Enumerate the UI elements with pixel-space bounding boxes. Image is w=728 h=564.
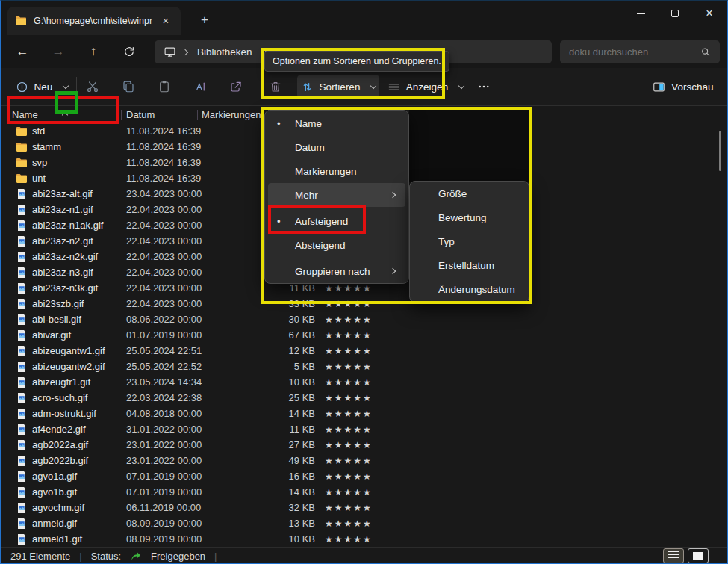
rename-button[interactable]	[187, 75, 214, 99]
submenu-item-bewertung[interactable]: Bewertung	[410, 205, 529, 229]
chevron-down-icon	[63, 82, 69, 88]
column-divider[interactable]	[121, 110, 122, 120]
preview-pane-icon	[653, 81, 665, 93]
selected-bullet-icon: •	[277, 216, 295, 227]
cut-button[interactable]	[79, 75, 106, 99]
file-size: 27 KB	[223, 439, 315, 450]
menu-item-gruppieren-nach[interactable]: Gruppieren nach	[268, 259, 405, 283]
file-date: 11.08.2024 16:39	[126, 157, 223, 168]
menu-item-mehr[interactable]: Mehr	[268, 183, 405, 207]
file-row[interactable]: agvo1b.gif07.01.2019 00:0014 KB★★★★★	[1, 484, 727, 500]
paste-button[interactable]	[151, 75, 178, 99]
file-date: 01.07.2019 00:00	[126, 329, 223, 341]
gif-file-icon	[16, 188, 28, 200]
file-row[interactable]: acro-such.gif22.03.2024 22:3825 KB★★★★★	[1, 390, 727, 406]
column-header-tags[interactable]: Markierungen	[202, 109, 261, 120]
rating-stars: ★★★★★	[325, 330, 373, 341]
breadcrumb-bibliotheken[interactable]: Bibliotheken	[194, 46, 255, 58]
file-date: 22.04.2023 00:00	[126, 204, 223, 215]
preview-button[interactable]: Vorschau	[645, 75, 721, 99]
search-box[interactable]	[560, 40, 720, 63]
minimize-button[interactable]	[623, 1, 658, 25]
see-more-button[interactable]	[470, 75, 497, 99]
clipboard-icon	[158, 80, 171, 93]
trash-icon	[269, 80, 282, 93]
file-name: unt	[32, 173, 126, 184]
file-row[interactable]: abizeugantw1.gif25.05.2024 22:5112 KB★★★…	[1, 343, 727, 359]
copy-button[interactable]	[115, 75, 142, 99]
file-name: abi-besll.gif	[32, 314, 126, 325]
sort-ascending-icon[interactable]	[62, 112, 68, 118]
maximize-icon	[671, 10, 679, 17]
file-row[interactable]: agb2022a.gif23.01.2022 00:0027 KB★★★★★	[1, 437, 727, 453]
submenu-item-typ[interactable]: Typ	[410, 229, 529, 253]
column-divider[interactable]	[197, 110, 198, 120]
submenu-item--nderungsdatum[interactable]: Änderungsdatum	[410, 277, 529, 301]
submenu-item-erstelldatum[interactable]: Erstelldatum	[410, 253, 529, 277]
file-date: 22.03.2024 22:38	[126, 392, 223, 403]
rating-stars: ★★★★★	[325, 346, 373, 356]
folder-icon	[16, 125, 28, 137]
search-input[interactable]	[569, 46, 700, 58]
file-date: 08.06.2022 00:00	[126, 314, 223, 325]
file-row[interactable]: anmeld1.gif08.09.2019 00:0010 KB★★★★★	[1, 531, 727, 547]
new-tab-button[interactable]: +	[196, 11, 214, 29]
plus-circle-icon	[16, 81, 28, 93]
new-button[interactable]: Neu	[10, 75, 73, 99]
column-header-date[interactable]: Datum	[126, 109, 155, 120]
column-header-name[interactable]: Name	[12, 109, 38, 120]
details-view-button[interactable]	[663, 548, 684, 563]
menu-item-label: Absteigend	[295, 240, 405, 251]
maximize-button[interactable]	[658, 1, 692, 25]
gif-file-icon	[16, 408, 28, 420]
file-row[interactable]: abizeugantw2.gif25.05.2024 22:525 KB★★★★…	[1, 359, 727, 374]
sort-tooltip: Optionen zum Sortieren und Gruppieren.	[264, 51, 449, 72]
rating-stars: ★★★★★	[325, 487, 373, 498]
menu-item-name[interactable]: •Name	[268, 111, 405, 135]
menu-item-absteigend[interactable]: Absteigend	[268, 233, 405, 257]
file-row[interactable]: abi23szb.gif22.04.2023 00:0033 KB★★★★★	[1, 296, 727, 312]
file-row[interactable]: anmeld.gif08.09.2019 00:0013 KB★★★★★	[1, 515, 727, 531]
explorer-tab[interactable]: G:\homepage\cmh\site\winpr ×	[7, 7, 181, 35]
view-button[interactable]: Anzeigen	[387, 75, 464, 99]
file-row[interactable]: adm-ostrukt.gif04.08.2018 00:0014 KB★★★★…	[1, 406, 727, 421]
menu-item-datum[interactable]: Datum	[268, 135, 405, 159]
share-button[interactable]	[223, 75, 249, 99]
file-row[interactable]: af4ende2.gif31.01.2022 00:0011 KB★★★★★	[1, 421, 727, 437]
file-name: agvo1a.gif	[32, 471, 126, 482]
menu-item-label: Gruppieren nach	[295, 266, 384, 277]
refresh-button[interactable]	[116, 40, 143, 63]
file-row[interactable]: agvo1a.gif07.01.2019 00:0016 KB★★★★★	[1, 468, 727, 484]
file-name: abi23az-n1ak.gif	[32, 220, 126, 231]
status-bar: 291 Elemente | Status: Freigegeben |	[1, 547, 727, 564]
menu-item-markierungen[interactable]: Markierungen	[268, 159, 405, 183]
menu-item-aufsteigend[interactable]: •Aufsteigend	[268, 209, 405, 233]
delete-button[interactable]	[262, 75, 289, 99]
file-date: 07.01.2019 00:00	[126, 486, 223, 498]
vertical-scrollbar[interactable]	[719, 131, 721, 171]
rating-stars: ★★★★★	[325, 440, 373, 450]
close-button[interactable]: ×	[692, 1, 727, 25]
back-button[interactable]: ←	[9, 40, 36, 63]
file-row[interactable]: abizeugfr1.gif23.05.2024 14:3410 KB★★★★★	[1, 374, 727, 390]
file-name: abizeugantw2.gif	[32, 361, 126, 372]
forward-button[interactable]: →	[45, 40, 72, 63]
file-row[interactable]: abi-besll.gif08.06.2022 00:0030 KB★★★★★	[1, 312, 727, 327]
tab-close-icon[interactable]: ×	[158, 13, 173, 28]
file-row[interactable]: abivar.gif01.07.2019 00:0067 KB★★★★★	[1, 327, 727, 343]
up-button[interactable]: ↑	[80, 40, 107, 63]
file-name: abi23az-n2.gif	[32, 235, 126, 247]
file-row[interactable]: agb2022b.gif23.01.2022 00:0049 KB★★★★★	[1, 453, 727, 468]
file-name: stamm	[32, 141, 126, 152]
file-size: 10 KB	[223, 376, 315, 388]
file-date: 23.04.2023 00:00	[126, 188, 223, 199]
submenu-item-gr-e[interactable]: Größe	[410, 182, 529, 205]
thumbnail-view-button[interactable]	[688, 548, 709, 563]
rating-stars: ★★★★★	[325, 299, 373, 309]
file-name: abivar.gif	[32, 329, 126, 341]
file-row[interactable]: agvochm.gif06.11.2019 00:0032 KB★★★★★	[1, 500, 727, 515]
sort-button[interactable]: Sortieren	[297, 75, 379, 99]
file-size: 67 KB	[223, 329, 315, 341]
file-name: abi23az-n3.gif	[32, 267, 126, 278]
status-divider: |	[79, 551, 81, 562]
